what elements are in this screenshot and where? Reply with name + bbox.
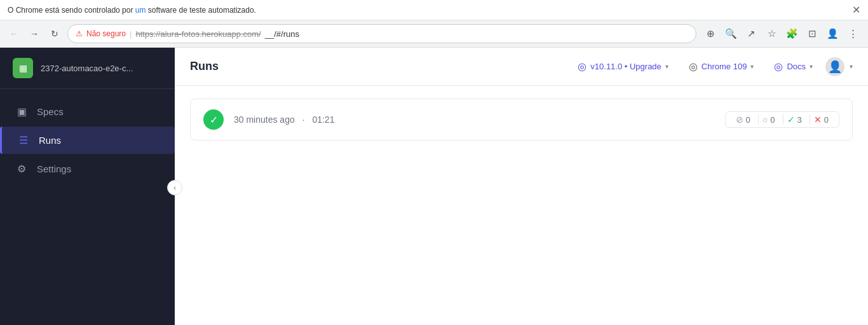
- version-chevron: ▾: [665, 63, 668, 70]
- browser-address-bar: ← → ↻ ⚠ Não seguro | https://alura-fotos…: [0, 20, 868, 48]
- page-title: Runs: [190, 60, 219, 73]
- run-card[interactable]: ✓ 30 minutes ago · 01:21 ⊘ 0 ○: [190, 99, 853, 141]
- address-separator: |: [130, 29, 132, 39]
- chrome-label: Chrome 109: [702, 62, 747, 71]
- browser-reload-button[interactable]: ↻: [47, 26, 62, 41]
- specs-label: Specs: [37, 106, 64, 117]
- pending-count: 0: [770, 115, 775, 125]
- runs-content: ✓ 30 minutes ago · 01:21 ⊘ 0 ○: [175, 86, 868, 325]
- sidebar: ▦ 2372-automacao-e2e-c... ▣ Specs ☰ Runs…: [0, 48, 175, 325]
- stat-fail: ✕ 0: [810, 114, 832, 125]
- stat-skip: ⊘ 0: [732, 114, 754, 125]
- user-chevron: ▾: [850, 63, 853, 70]
- sidebar-collapse-button[interactable]: ‹: [167, 180, 182, 195]
- main-content: Runs ◎ v10.11.0 • Upgrade ▾ ◎ Chrome 109…: [175, 48, 868, 325]
- docs-button[interactable]: ◎ Docs ▾: [766, 57, 820, 76]
- url-path: __/#/runs: [265, 29, 299, 39]
- profile-button[interactable]: 👤: [824, 25, 841, 43]
- run-duration: 01:21: [312, 114, 334, 125]
- browser-back-button[interactable]: ←: [6, 26, 22, 41]
- runs-icon: ☰: [17, 134, 30, 146]
- sidebar-logo: ▦: [13, 58, 33, 78]
- sidebar-item-runs[interactable]: ☰ Runs: [0, 127, 175, 154]
- share-button[interactable]: ↗: [742, 25, 760, 43]
- address-bar[interactable]: ⚠ Não seguro | https://alura-fotos.herok…: [67, 24, 696, 43]
- version-label: v10.11.0 • Upgrade: [590, 62, 661, 71]
- sidebar-project-title: 2372-automacao-e2e-c...: [41, 64, 133, 73]
- run-left: ✓ 30 minutes ago · 01:21: [203, 109, 334, 130]
- user-avatar-button[interactable]: 👤: [825, 57, 844, 76]
- sidebar-item-specs[interactable]: ▣ Specs: [0, 98, 175, 125]
- warning-close-button[interactable]: ✕: [852, 4, 860, 16]
- run-separator: ·: [302, 114, 305, 125]
- fail-icon: ✕: [814, 114, 822, 125]
- chrome-icon: ◎: [689, 60, 698, 73]
- bookmark-button[interactable]: ☆: [763, 25, 780, 43]
- not-secure-label: Não seguro: [86, 29, 126, 38]
- warning-text: O Chrome está sendo controlado por um so…: [8, 6, 256, 15]
- run-meta: 30 minutes ago · 01:21: [234, 114, 334, 125]
- menu-button[interactable]: ⋮: [844, 25, 862, 43]
- fail-count: 0: [824, 115, 829, 125]
- stat-pending: ○ 0: [758, 114, 779, 125]
- sidebar-header: ▦ 2372-automacao-e2e-c...: [0, 48, 175, 89]
- window-button[interactable]: ⊡: [803, 25, 821, 43]
- browser-warning-bar: O Chrome está sendo controlado por um so…: [0, 0, 868, 20]
- skip-icon: ⊘: [736, 114, 743, 125]
- main-header: Runs ◎ v10.11.0 • Upgrade ▾ ◎ Chrome 109…: [175, 48, 868, 86]
- skip-count: 0: [746, 115, 750, 125]
- settings-icon: ⚙: [15, 163, 28, 175]
- sidebar-item-settings[interactable]: ⚙ Settings: [0, 155, 175, 183]
- zoom-button[interactable]: 🔍: [722, 25, 740, 43]
- extension-button[interactable]: 🧩: [783, 25, 801, 43]
- pending-icon: ○: [763, 114, 768, 125]
- stat-pass: ✓ 3: [783, 114, 806, 125]
- pass-icon: ✓: [787, 114, 795, 125]
- chrome-chevron: ▾: [750, 63, 754, 70]
- url-strikethrough: https://alura-fotos.herokuapp.com/: [135, 29, 261, 39]
- docs-icon: ◎: [774, 60, 783, 73]
- chrome-button[interactable]: ◎ Chrome 109 ▾: [681, 57, 762, 76]
- runs-label: Runs: [39, 135, 61, 146]
- pass-count: 3: [797, 115, 802, 125]
- settings-label: Settings: [37, 163, 71, 174]
- sidebar-nav: ▣ Specs ☰ Runs ⚙ Settings: [0, 89, 175, 325]
- avatar-icon: 👤: [828, 60, 842, 74]
- security-warning-icon: ⚠: [76, 29, 83, 38]
- browser-toolbar: ⊕ 🔍 ↗ ☆ 🧩 ⊡ 👤 ⋮: [702, 25, 862, 43]
- docs-label: Docs: [787, 62, 806, 71]
- version-icon: ◎: [578, 60, 587, 73]
- run-time-ago: 30 minutes ago: [234, 114, 295, 125]
- browser-forward-button[interactable]: →: [27, 26, 42, 41]
- app-container: ▦ 2372-automacao-e2e-c... ▣ Specs ☰ Runs…: [0, 48, 868, 325]
- docs-chevron: ▾: [810, 63, 813, 70]
- version-button[interactable]: ◎ v10.11.0 • Upgrade ▾: [570, 57, 676, 76]
- run-stats: ⊘ 0 ○ 0 ✓ 3 ✕ 0: [725, 111, 839, 128]
- cast-button[interactable]: ⊕: [702, 25, 719, 43]
- specs-icon: ▣: [15, 106, 28, 118]
- header-actions: ◎ v10.11.0 • Upgrade ▾ ◎ Chrome 109 ▾ ◎ …: [570, 57, 853, 76]
- run-status-icon: ✓: [203, 109, 224, 130]
